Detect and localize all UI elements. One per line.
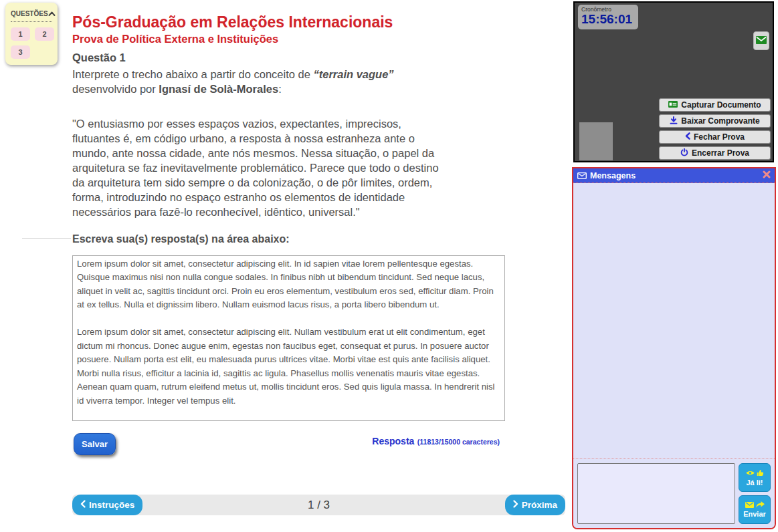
envelope-icon: [577, 170, 587, 182]
question-1-button[interactable]: 1: [11, 27, 30, 41]
questions-panel-header: QUESTÕES: [11, 7, 52, 22]
intro-text-middle: desenvolvido por: [72, 83, 159, 95]
terrain-vague-term: “terrain vague”: [313, 68, 393, 80]
close-exam-label: Fechar Prova: [694, 132, 745, 142]
capture-document-button[interactable]: Capturar Documento: [659, 98, 771, 112]
proctor-button-stack: Capturar Documento Baixar Comprovante Fe…: [659, 98, 771, 160]
message-input-area: Já li! Enviar: [573, 458, 775, 528]
chevron-up-icon[interactable]: [48, 7, 56, 19]
page-position: 1 / 3: [72, 495, 565, 515]
send-label: Enviar: [743, 510, 766, 518]
send-button[interactable]: Enviar: [739, 495, 771, 524]
answer-textarea[interactable]: Lorem ipsum dolor sit amet, consectetur …: [72, 255, 505, 421]
answer-counter: Resposta (11813/15000 caracteres): [268, 435, 500, 447]
timer-value: 15:56:01: [581, 13, 635, 27]
next-label: Próxima: [522, 500, 557, 510]
download-receipt-button[interactable]: Baixar Comprovante: [659, 114, 771, 128]
close-icon: [763, 170, 771, 180]
save-button[interactable]: Salvar: [74, 433, 116, 455]
chevron-left-icon: [685, 132, 690, 142]
question-intro: Interprete o trecho abaixo a partir do c…: [72, 67, 450, 96]
mail-button[interactable]: [753, 31, 769, 50]
end-exam-button[interactable]: Encerrar Prova: [659, 146, 771, 160]
read-confirm-button[interactable]: Já li!: [739, 463, 771, 492]
exam-page: QUESTÕES 1 2 3 Pós-Graduação em Relações…: [0, 0, 778, 532]
envelope-icon: [756, 36, 767, 46]
instructions-label: Instruções: [89, 500, 134, 510]
download-icon: [670, 116, 678, 126]
question-number-list: 1 2 3: [11, 27, 55, 59]
author-name: Ignasí de Solà-Morales: [159, 83, 278, 95]
close-button[interactable]: [763, 170, 771, 180]
question-quote: "O entusiasmo por esses espaços vazios, …: [72, 116, 450, 219]
proctor-panel: Cronômetro 15:56:01 Capturar Documento B…: [573, 1, 774, 162]
questions-panel: QUESTÕES 1 2 3: [5, 3, 58, 65]
read-confirm-icons: [746, 469, 764, 478]
end-exam-label: Encerrar Prova: [692, 148, 749, 158]
answer-counter-label: Resposta: [372, 436, 414, 446]
divider-line: [22, 238, 71, 239]
messages-panel: Mensagens: [572, 167, 776, 529]
answer-counter-detail: (11813/15000 caracteres): [417, 438, 500, 446]
next-button[interactable]: Próxima: [505, 495, 565, 515]
download-receipt-label: Baixar Comprovante: [681, 116, 759, 126]
intro-suffix: :: [278, 83, 282, 95]
message-buttons: Já li! Enviar: [739, 463, 771, 524]
chevron-left-icon: [80, 500, 86, 510]
thumbs-up-icon: [757, 469, 764, 478]
question-3-button[interactable]: 3: [11, 45, 30, 59]
messages-title: Mensagens: [590, 171, 636, 180]
webcam-placeholder: [579, 122, 613, 160]
timer-box: Cronômetro 15:56:01: [578, 5, 638, 29]
questions-panel-title: QUESTÕES: [11, 10, 48, 17]
send-envelope-icon: [745, 501, 754, 509]
question-label: Questão 1: [72, 51, 126, 64]
id-card-icon: [668, 100, 678, 110]
bottom-navbar: 1 / 3 Instruções Próxima: [72, 495, 565, 515]
messages-body: [573, 184, 775, 458]
intro-text: Interprete o trecho abaixo a partir do c…: [72, 68, 313, 80]
course-title: Pós-Graduação em Relações Internacionais: [72, 13, 393, 31]
message-input[interactable]: [577, 463, 735, 524]
send-icons: [745, 501, 765, 509]
messages-header: Mensagens: [573, 168, 775, 183]
read-confirm-label: Já li!: [746, 479, 763, 487]
eye-icon: [746, 469, 755, 477]
power-icon: [680, 148, 688, 158]
capture-document-label: Capturar Documento: [681, 100, 761, 110]
question-2-button[interactable]: 2: [35, 27, 54, 41]
close-exam-button[interactable]: Fechar Prova: [659, 130, 771, 144]
exam-subtitle: Prova de Política Externa e Instituições: [72, 33, 278, 45]
answer-prompt: Escreva sua(s) resposta(s) na área abaix…: [72, 233, 290, 245]
forward-arrow-icon: [756, 501, 765, 509]
chevron-right-icon: [513, 500, 518, 510]
instructions-button[interactable]: Instruções: [72, 495, 142, 515]
